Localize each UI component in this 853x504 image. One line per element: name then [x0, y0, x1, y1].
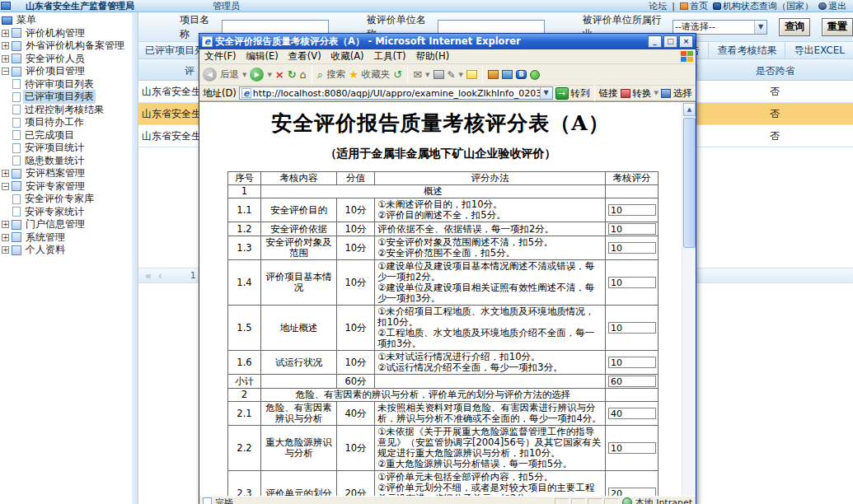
export-excel-button[interactable]: 导出EXCEL [785, 42, 853, 58]
score-input[interactable]: 10 [608, 357, 656, 368]
score-input[interactable]: 10 [608, 242, 656, 254]
org-status-link[interactable]: 机构状态查询（国家） [713, 0, 813, 12]
close-button[interactable]: × [679, 35, 693, 48]
project-name-input[interactable] [222, 20, 329, 35]
sidebar-item-项目待办工作[interactable]: 项目待办工作 [2, 116, 138, 129]
convert-label[interactable]: 转换 [633, 87, 652, 100]
sidebar-item-门户信息管理[interactable]: +门户信息管理 [2, 218, 138, 231]
score-input[interactable]: 20 [608, 488, 656, 496]
edit-dropdown-icon[interactable]: ▼ [459, 72, 463, 78]
links-label[interactable]: 链接 [599, 87, 618, 100]
refresh-icon[interactable]: ↻ [288, 68, 297, 81]
score-input[interactable]: 10 [608, 223, 656, 235]
history-icon[interactable]: ↺ [393, 68, 402, 81]
maximize-button[interactable]: □ [663, 35, 677, 48]
sidebar-item-安评专家管理[interactable]: −安评专家管理 [2, 180, 138, 194]
tree-toggle-icon[interactable]: + [2, 221, 9, 228]
msn-icon[interactable] [530, 70, 540, 80]
tree-toggle-icon[interactable]: + [2, 42, 9, 49]
reset-button[interactable]: 重置 [822, 18, 853, 36]
menu-item-查看(V)[interactable]: 查看(V) [288, 50, 321, 63]
tree-toggle-icon[interactable]: + [2, 55, 9, 63]
score-input[interactable]: 10 [608, 322, 656, 334]
edit-icon[interactable]: ✎ [448, 69, 456, 81]
popup-title-bar[interactable]: e 安全评价报告质量考核评分表（A） - Microsoft Internet … [199, 34, 696, 49]
sidebar-item-隐患数量统计[interactable]: 隐患数量统计 [2, 155, 138, 168]
forum-link[interactable]: 论坛 [649, 0, 667, 12]
sidebar-item-评价机构管理[interactable]: +评价机构管理 [2, 27, 138, 40]
address-dropdown-icon[interactable]: ▼ [540, 87, 552, 99]
address-input[interactable]: e http://localhost:8080/aqpj/UI/appro/ex… [239, 86, 553, 100]
score-input[interactable]: 10 [608, 442, 656, 454]
sidebar-item-已评审项目列表[interactable]: 已评审项目列表 [2, 91, 138, 104]
menu-item-文件(F)[interactable]: 文件(F) [204, 50, 237, 63]
unit-name-input[interactable] [438, 20, 545, 35]
menu-item-帮助(H)[interactable]: 帮助(H) [416, 50, 450, 63]
first-page-icon[interactable]: « [145, 270, 152, 282]
tree-toggle-icon[interactable]: + [2, 234, 9, 241]
messenger-icon[interactable] [488, 70, 499, 79]
query-button[interactable]: 查询 [779, 18, 810, 36]
sidebar-item-待评审项目列表[interactable]: 待评审项目列表 [2, 78, 138, 91]
back-button[interactable]: ◀ [203, 68, 217, 82]
prev-page-icon[interactable]: ‹ [158, 270, 162, 282]
sidebar-item-过程控制考核结果[interactable]: 过程控制考核结果 [2, 104, 138, 117]
forward-dropdown-icon[interactable]: ▼ [267, 72, 271, 78]
sidebar-item-系统管理[interactable]: +系统管理 [2, 231, 138, 245]
sidebar-scrollbar[interactable] [132, 12, 138, 504]
minimize-button[interactable]: _ [648, 35, 662, 48]
score-input[interactable]: 40 [608, 408, 656, 419]
forward-button[interactable]: ▶ [250, 68, 264, 82]
bluetooth-icon[interactable]: B [516, 70, 527, 79]
back-dropdown-icon[interactable]: ▼ [242, 72, 246, 78]
row-number-cell: 1.4 [228, 260, 261, 306]
stop-icon[interactable]: × [275, 68, 284, 81]
mail-dropdown-icon[interactable]: ▼ [425, 72, 429, 78]
convert-icon[interactable] [621, 89, 630, 98]
score-input[interactable]: 10 [608, 277, 656, 288]
scroll-up-icon[interactable]: ▲ [683, 103, 696, 116]
sidebar-item-安评专家统计[interactable]: 安评专家统计 [2, 206, 138, 219]
sidebar-item-安评项目统计[interactable]: 安评项目统计 [2, 142, 138, 155]
popup-menu-bar: 文件(F)编辑(E)查看(V)收藏(A)工具(T)帮助(H) [199, 49, 696, 64]
tree-toggle-icon[interactable]: + [2, 170, 9, 177]
tree-toggle-icon[interactable]: + [2, 246, 9, 254]
sidebar-item-安全评价人员[interactable]: +安全评价人员 [2, 53, 138, 66]
menu-item-编辑(E)[interactable]: 编辑(E) [246, 50, 279, 63]
tree-toggle-icon[interactable]: − [2, 183, 9, 190]
scrollbar-thumb[interactable] [683, 118, 696, 248]
sidebar-item-安全评价专家库[interactable]: 安全评价专家库 [2, 193, 138, 206]
research-icon[interactable] [502, 70, 513, 79]
row-number-cell: 2 [228, 389, 261, 402]
points-cell: 10分 [337, 351, 375, 375]
print-icon[interactable] [434, 70, 444, 79]
notes-icon[interactable] [466, 70, 477, 79]
sidebar-item-已完成项目[interactable]: 已完成项目 [2, 129, 138, 142]
convert-dropdown-icon[interactable]: ▼ [654, 90, 658, 96]
favorites-icon[interactable]: ★ [349, 68, 359, 81]
mail-icon[interactable]: ✉ [413, 68, 422, 81]
go-icon[interactable]: → [555, 87, 569, 100]
sidebar-item-评价项目管理[interactable]: −评价项目管理 [2, 65, 138, 78]
vertical-scrollbar[interactable]: ▲ [682, 102, 696, 496]
search-icon[interactable]: ⌕ [317, 68, 323, 82]
score-input[interactable]: 10 [608, 204, 656, 216]
tree-toggle-icon[interactable]: + [2, 30, 9, 37]
score-input[interactable]: 60 [608, 376, 656, 387]
view-result-button[interactable]: 查看考核结果 [708, 42, 785, 58]
menu-item-工具(T)[interactable]: 工具(T) [374, 50, 406, 63]
select-icon[interactable] [661, 89, 671, 98]
go-label[interactable]: 转到 [571, 87, 590, 100]
home-link[interactable]: 首页 [680, 0, 708, 12]
score-sheet-document: 安全评价报告质量考核评分表（A） （适用于金属非金属地下矿山企业验收评价） 序号… [199, 102, 682, 496]
sidebar-item-个人资料[interactable]: +个人资料 [2, 244, 138, 257]
logout-link[interactable]: 退出 [818, 0, 846, 12]
menu-item-收藏(A)[interactable]: 收藏(A) [331, 50, 364, 63]
sidebar-item-安评档案管理[interactable]: +安评档案管理 [2, 167, 138, 180]
home-toolbar-icon[interactable]: ⌂ [300, 68, 307, 81]
industry-select[interactable]: --请选择-- ▼ [673, 20, 767, 35]
select-label[interactable]: 选择 [673, 87, 692, 100]
tree-toggle-icon[interactable]: − [2, 68, 9, 75]
sidebar-item-外省评价机构备案管理[interactable]: +外省评价机构备案管理 [2, 40, 138, 53]
sidebar-root[interactable]: 菜单 [2, 14, 138, 27]
